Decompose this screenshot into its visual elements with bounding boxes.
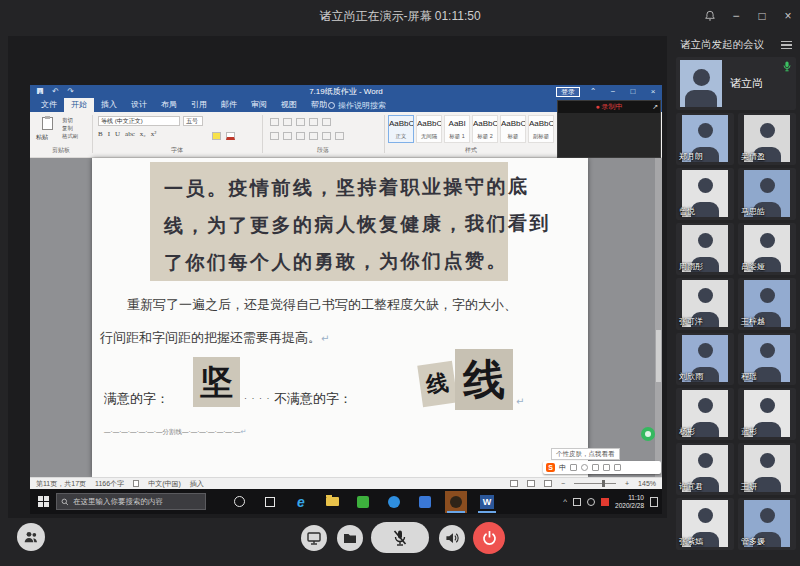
chinese-mode-icon[interactable]: 中	[559, 463, 566, 473]
share-screen-button[interactable]	[301, 525, 327, 551]
speaker-button[interactable]	[439, 525, 465, 551]
word-minimize-button[interactable]: −	[606, 85, 620, 98]
app-icon-blue-round[interactable]	[383, 491, 405, 513]
borders-icon[interactable]	[335, 132, 344, 140]
ribbon-tab[interactable]: 插入	[94, 98, 124, 112]
pen-tray-icon[interactable]	[573, 498, 581, 506]
ribbon-tab[interactable]: 引用	[184, 98, 214, 112]
search-input[interactable]	[73, 497, 201, 506]
file-explorer-icon[interactable]	[321, 491, 343, 513]
zoom-out-button[interactable]: −	[561, 480, 565, 487]
indent-icon[interactable]	[296, 118, 305, 126]
end-call-button[interactable]	[473, 522, 505, 554]
line-spacing-icon[interactable]	[309, 132, 318, 140]
minimize-button[interactable]: −	[726, 0, 746, 32]
language-indicator[interactable]: 中文(中国)	[148, 479, 181, 489]
proofing-icon[interactable]	[133, 480, 139, 487]
floating-video-panel[interactable]: ● 录制中 ↗	[557, 100, 661, 158]
zoom-level[interactable]: 145%	[638, 480, 656, 487]
tell-me-search[interactable]: 操作说明搜索	[328, 98, 386, 112]
toolbox-icon[interactable]	[614, 464, 621, 471]
font-format-button[interactable]: x₂	[140, 130, 146, 138]
participant-tile[interactable]: 程瑶	[738, 333, 796, 385]
font-size-box[interactable]: 五号	[183, 116, 203, 126]
punctuation-icon[interactable]	[570, 464, 577, 471]
notification-bell-icon[interactable]	[700, 0, 720, 32]
keyboard-icon[interactable]	[603, 464, 610, 471]
sogou-logo-icon[interactable]: S	[546, 463, 555, 472]
bullets-icon[interactable]	[270, 118, 279, 126]
participant-tile[interactable]: 许宜君	[676, 443, 734, 495]
taskbar-search[interactable]	[56, 493, 206, 510]
align-center-icon[interactable]	[283, 132, 292, 140]
microphone-button[interactable]	[371, 522, 429, 553]
participant-tile[interactable]: 王妍	[738, 443, 796, 495]
scrollbar-thumb[interactable]	[656, 330, 661, 382]
close-button[interactable]: ×	[778, 0, 798, 32]
participant-tile[interactable]: 郑月朗	[676, 113, 734, 165]
ribbon-tab[interactable]: 视图	[274, 98, 304, 112]
style-card[interactable]: AaBl 标题 1	[444, 115, 470, 143]
meeting-app-icon[interactable]	[445, 491, 467, 513]
ribbon-tab[interactable]: 文件	[34, 98, 64, 112]
insert-mode[interactable]: 插入	[190, 479, 204, 489]
style-card[interactable]: AaBbC 副标题	[528, 115, 554, 143]
tray-expand-icon[interactable]: ^	[563, 497, 567, 506]
show-marks-icon[interactable]	[322, 118, 331, 126]
shading-icon[interactable]	[322, 132, 331, 140]
paste-label[interactable]: 粘贴	[36, 133, 48, 142]
numbering-icon[interactable]	[283, 118, 292, 126]
web-layout-icon[interactable]	[544, 480, 552, 487]
align-right-icon[interactable]	[296, 132, 305, 140]
font-format-button[interactable]: abc	[125, 130, 135, 138]
action-center-icon[interactable]	[650, 497, 658, 507]
scrollbar-track[interactable]	[655, 158, 662, 477]
participant-tile[interactable]: 张紫嫣	[676, 498, 734, 550]
participant-tile[interactable]: 蓝彬	[738, 388, 796, 440]
participants-button[interactable]	[17, 523, 45, 551]
sort-icon[interactable]	[309, 118, 318, 126]
font-format-button[interactable]: x²	[151, 130, 157, 138]
task-view-icon[interactable]	[259, 491, 281, 513]
paste-icon[interactable]	[42, 117, 53, 130]
word-app-icon[interactable]: W	[476, 491, 498, 513]
participant-tile[interactable]: 周雨彤	[676, 223, 734, 275]
ribbon-tab[interactable]: 邮件	[214, 98, 244, 112]
edge-icon[interactable]: e	[290, 491, 312, 513]
sogou-tray-icon[interactable]	[601, 498, 609, 506]
start-button[interactable]	[38, 496, 49, 507]
ribbon-display-options-icon[interactable]: ⌃	[586, 85, 600, 98]
participant-tile[interactable]: 张可洋	[676, 278, 734, 330]
zoom-in-button[interactable]: +	[625, 480, 629, 487]
font-color-icon[interactable]	[226, 132, 235, 140]
participant-tile[interactable]: 马思皓	[738, 168, 796, 220]
align-left-icon[interactable]	[270, 132, 279, 140]
app-icon-blue-square[interactable]	[414, 491, 436, 513]
zoom-slider-thumb[interactable]	[602, 480, 605, 487]
sidebar-menu-icon[interactable]	[781, 41, 792, 49]
maximize-button[interactable]: □	[752, 0, 772, 32]
ribbon-tab[interactable]: 设计	[124, 98, 154, 112]
participant-tile[interactable]: 曾悦	[676, 168, 734, 220]
participant-tile[interactable]: 王梓越	[738, 278, 796, 330]
docs-button[interactable]	[337, 525, 363, 551]
page-indicator[interactable]: 第11页，共17页	[36, 479, 86, 489]
word-count[interactable]: 1166个字	[95, 479, 124, 489]
ribbon-tab[interactable]: 开始	[64, 98, 94, 112]
read-mode-icon[interactable]	[510, 480, 518, 487]
print-layout-icon[interactable]	[527, 480, 535, 487]
emoji-icon[interactable]	[581, 464, 588, 471]
participant-tile[interactable]: 管多媛	[738, 498, 796, 550]
font-name-box[interactable]: 等线 (中文正文)	[98, 116, 180, 126]
style-card[interactable]: AaBbC 标题 2	[472, 115, 498, 143]
voice-input-icon[interactable]	[592, 464, 599, 471]
format-painter-button[interactable]: 格式刷	[62, 133, 78, 141]
style-card[interactable]: AaBbCcDd 无间隔	[416, 115, 442, 143]
ribbon-tab[interactable]: 布局	[154, 98, 184, 112]
cut-button[interactable]: 剪切	[62, 117, 73, 125]
app-icon-green[interactable]	[352, 491, 374, 513]
font-format-button[interactable]: U	[115, 130, 120, 138]
copy-button[interactable]: 复制	[62, 125, 73, 133]
participant-tile[interactable]: 杨彬	[676, 388, 734, 440]
sign-in-button[interactable]: 登录	[556, 87, 580, 97]
